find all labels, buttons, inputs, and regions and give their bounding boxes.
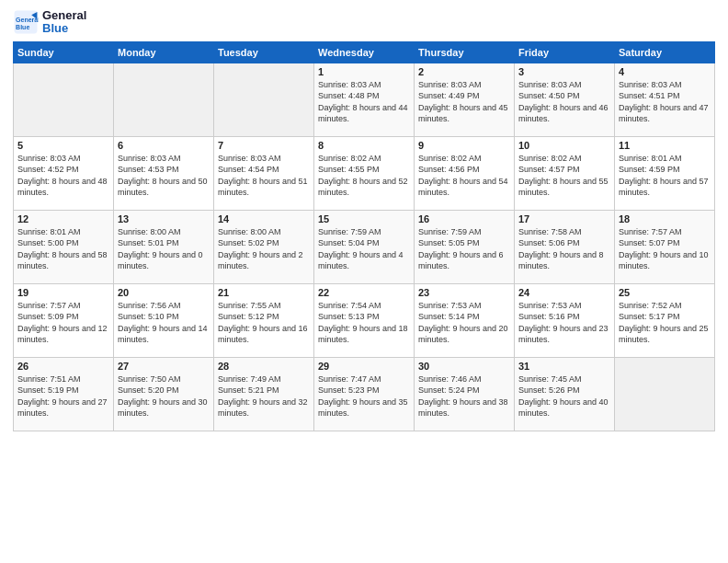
calendar-cell: 23Sunrise: 7:53 AM Sunset: 5:14 PM Dayli… bbox=[415, 283, 515, 357]
day-number: 8 bbox=[318, 140, 410, 151]
cell-content: Sunrise: 7:54 AM Sunset: 5:13 PM Dayligh… bbox=[318, 300, 410, 346]
day-number: 21 bbox=[218, 287, 310, 298]
col-thursday: Thursday bbox=[415, 41, 515, 63]
cell-content: Sunrise: 8:00 AM Sunset: 5:01 PM Dayligh… bbox=[118, 226, 210, 272]
col-saturday: Saturday bbox=[615, 41, 715, 63]
cell-content: Sunrise: 7:45 AM Sunset: 5:26 PM Dayligh… bbox=[518, 373, 610, 419]
cell-content: Sunrise: 8:01 AM Sunset: 5:00 PM Dayligh… bbox=[17, 226, 109, 272]
col-sunday: Sunday bbox=[14, 41, 114, 63]
day-number: 10 bbox=[518, 140, 610, 151]
cell-content: Sunrise: 8:01 AM Sunset: 4:59 PM Dayligh… bbox=[619, 153, 711, 199]
calendar-cell: 12Sunrise: 8:01 AM Sunset: 5:00 PM Dayli… bbox=[14, 210, 114, 283]
day-number: 13 bbox=[118, 213, 210, 224]
col-wednesday: Wednesday bbox=[314, 41, 415, 63]
col-friday: Friday bbox=[515, 41, 615, 63]
day-number: 27 bbox=[118, 361, 210, 372]
calendar-cell: 16Sunrise: 7:59 AM Sunset: 5:05 PM Dayli… bbox=[415, 210, 515, 283]
calendar-cell: 27Sunrise: 7:50 AM Sunset: 5:20 PM Dayli… bbox=[114, 357, 214, 431]
calendar-table: Sunday Monday Tuesday Wednesday Thursday… bbox=[13, 41, 715, 431]
day-number: 19 bbox=[17, 287, 109, 298]
cell-content: Sunrise: 7:59 AM Sunset: 5:05 PM Dayligh… bbox=[418, 226, 510, 272]
calendar-cell: 25Sunrise: 7:52 AM Sunset: 5:17 PM Dayli… bbox=[615, 283, 715, 357]
svg-text:Blue: Blue bbox=[16, 24, 29, 30]
cell-content: Sunrise: 7:57 AM Sunset: 5:09 PM Dayligh… bbox=[17, 300, 109, 346]
calendar-cell: 29Sunrise: 7:47 AM Sunset: 5:23 PM Dayli… bbox=[314, 357, 415, 431]
week-row-0: 1Sunrise: 8:03 AM Sunset: 4:48 PM Daylig… bbox=[14, 63, 715, 136]
day-number: 31 bbox=[518, 361, 610, 372]
cell-content: Sunrise: 7:51 AM Sunset: 5:19 PM Dayligh… bbox=[17, 373, 109, 419]
col-monday: Monday bbox=[114, 41, 214, 63]
day-number: 1 bbox=[318, 66, 410, 77]
cell-content: Sunrise: 7:59 AM Sunset: 5:04 PM Dayligh… bbox=[318, 226, 410, 272]
calendar-cell: 14Sunrise: 8:00 AM Sunset: 5:02 PM Dayli… bbox=[214, 210, 314, 283]
cell-content: Sunrise: 7:53 AM Sunset: 5:16 PM Dayligh… bbox=[518, 300, 610, 346]
calendar-cell: 5Sunrise: 8:03 AM Sunset: 4:52 PM Daylig… bbox=[14, 136, 114, 210]
calendar-cell: 13Sunrise: 8:00 AM Sunset: 5:01 PM Dayli… bbox=[114, 210, 214, 283]
calendar-cell: 21Sunrise: 7:55 AM Sunset: 5:12 PM Dayli… bbox=[214, 283, 314, 357]
page: General Blue General Blue Sunday Monday … bbox=[0, 0, 728, 563]
calendar-cell: 8Sunrise: 8:02 AM Sunset: 4:55 PM Daylig… bbox=[314, 136, 415, 210]
cell-content: Sunrise: 8:02 AM Sunset: 4:56 PM Dayligh… bbox=[418, 153, 510, 199]
cell-content: Sunrise: 8:03 AM Sunset: 4:49 PM Dayligh… bbox=[418, 79, 510, 125]
day-number: 20 bbox=[118, 287, 210, 298]
cell-content: Sunrise: 7:50 AM Sunset: 5:20 PM Dayligh… bbox=[118, 373, 210, 419]
calendar-cell: 30Sunrise: 7:46 AM Sunset: 5:24 PM Dayli… bbox=[415, 357, 515, 431]
calendar-cell: 31Sunrise: 7:45 AM Sunset: 5:26 PM Dayli… bbox=[515, 357, 615, 431]
calendar-cell bbox=[214, 63, 314, 136]
day-number: 28 bbox=[218, 361, 310, 372]
day-number: 30 bbox=[418, 361, 510, 372]
calendar-body: 1Sunrise: 8:03 AM Sunset: 4:48 PM Daylig… bbox=[14, 63, 715, 431]
day-number: 15 bbox=[318, 213, 410, 224]
cell-content: Sunrise: 8:03 AM Sunset: 4:53 PM Dayligh… bbox=[118, 153, 210, 199]
calendar-cell bbox=[615, 357, 715, 431]
day-number: 12 bbox=[17, 213, 109, 224]
cell-content: Sunrise: 8:03 AM Sunset: 4:50 PM Dayligh… bbox=[518, 79, 610, 125]
cell-content: Sunrise: 7:55 AM Sunset: 5:12 PM Dayligh… bbox=[218, 300, 310, 346]
calendar-cell: 1Sunrise: 8:03 AM Sunset: 4:48 PM Daylig… bbox=[314, 63, 415, 136]
cell-content: Sunrise: 8:03 AM Sunset: 4:54 PM Dayligh… bbox=[218, 153, 310, 199]
day-number: 7 bbox=[218, 140, 310, 151]
day-number: 17 bbox=[518, 213, 610, 224]
week-row-2: 12Sunrise: 8:01 AM Sunset: 5:00 PM Dayli… bbox=[14, 210, 715, 283]
calendar-cell: 3Sunrise: 8:03 AM Sunset: 4:50 PM Daylig… bbox=[515, 63, 615, 136]
day-number: 25 bbox=[619, 287, 711, 298]
calendar-cell: 2Sunrise: 8:03 AM Sunset: 4:49 PM Daylig… bbox=[415, 63, 515, 136]
calendar-cell: 6Sunrise: 8:03 AM Sunset: 4:53 PM Daylig… bbox=[114, 136, 214, 210]
cell-content: Sunrise: 7:47 AM Sunset: 5:23 PM Dayligh… bbox=[318, 373, 410, 419]
cell-content: Sunrise: 7:49 AM Sunset: 5:21 PM Dayligh… bbox=[218, 373, 310, 419]
day-number: 5 bbox=[17, 140, 109, 151]
day-number: 11 bbox=[619, 140, 711, 151]
day-number: 3 bbox=[518, 66, 610, 77]
day-number: 14 bbox=[218, 213, 310, 224]
calendar-cell: 9Sunrise: 8:02 AM Sunset: 4:56 PM Daylig… bbox=[415, 136, 515, 210]
day-number: 24 bbox=[518, 287, 610, 298]
calendar-cell: 10Sunrise: 8:02 AM Sunset: 4:57 PM Dayli… bbox=[515, 136, 615, 210]
calendar-cell: 24Sunrise: 7:53 AM Sunset: 5:16 PM Dayli… bbox=[515, 283, 615, 357]
day-number: 26 bbox=[17, 361, 109, 372]
calendar-cell: 19Sunrise: 7:57 AM Sunset: 5:09 PM Dayli… bbox=[14, 283, 114, 357]
cell-content: Sunrise: 8:03 AM Sunset: 4:48 PM Dayligh… bbox=[318, 79, 410, 125]
cell-content: Sunrise: 7:46 AM Sunset: 5:24 PM Dayligh… bbox=[418, 373, 510, 419]
day-number: 29 bbox=[318, 361, 410, 372]
calendar-cell: 15Sunrise: 7:59 AM Sunset: 5:04 PM Dayli… bbox=[314, 210, 415, 283]
col-tuesday: Tuesday bbox=[214, 41, 314, 63]
cell-content: Sunrise: 7:56 AM Sunset: 5:10 PM Dayligh… bbox=[118, 300, 210, 346]
day-number: 22 bbox=[318, 287, 410, 298]
day-number: 9 bbox=[418, 140, 510, 151]
week-row-1: 5Sunrise: 8:03 AM Sunset: 4:52 PM Daylig… bbox=[14, 136, 715, 210]
calendar-cell bbox=[114, 63, 214, 136]
cell-content: Sunrise: 8:00 AM Sunset: 5:02 PM Dayligh… bbox=[218, 226, 310, 272]
calendar-cell: 20Sunrise: 7:56 AM Sunset: 5:10 PM Dayli… bbox=[114, 283, 214, 357]
calendar-cell: 22Sunrise: 7:54 AM Sunset: 5:13 PM Dayli… bbox=[314, 283, 415, 357]
header: General Blue General Blue bbox=[13, 9, 715, 36]
calendar-cell: 11Sunrise: 8:01 AM Sunset: 4:59 PM Dayli… bbox=[615, 136, 715, 210]
day-number: 4 bbox=[619, 66, 711, 77]
cell-content: Sunrise: 7:58 AM Sunset: 5:06 PM Dayligh… bbox=[518, 226, 610, 272]
day-number: 18 bbox=[619, 213, 711, 224]
calendar-cell: 18Sunrise: 7:57 AM Sunset: 5:07 PM Dayli… bbox=[615, 210, 715, 283]
calendar-cell: 26Sunrise: 7:51 AM Sunset: 5:19 PM Dayli… bbox=[14, 357, 114, 431]
logo: General Blue General Blue bbox=[13, 9, 86, 36]
header-row: Sunday Monday Tuesday Wednesday Thursday… bbox=[14, 41, 715, 63]
logo-blue: Blue bbox=[42, 22, 86, 35]
day-number: 2 bbox=[418, 66, 510, 77]
